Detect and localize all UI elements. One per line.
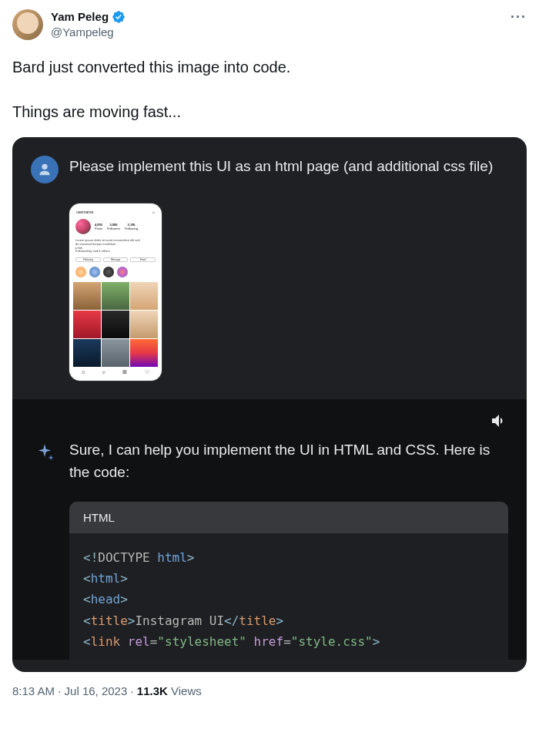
phone-mockup-image: username⌕ 4,093Posts 5,096Followers 3,19… <box>69 203 162 381</box>
chat-ai-response: Sure, I can help you implement the UI in… <box>69 439 508 483</box>
tweet-metadata[interactable]: 8:13 AM · Jul 16, 2023 · 11.3K Views <box>12 684 527 697</box>
code-block: HTML <!DOCTYPE html> <html> <head> <titl… <box>69 502 508 660</box>
sparkle-icon <box>31 439 59 464</box>
author-display-name[interactable]: Yam Peleg <box>51 9 109 25</box>
volume-icon[interactable] <box>490 412 508 433</box>
code-language-label: HTML <box>69 502 508 533</box>
chat-user-avatar-icon <box>31 156 59 183</box>
svg-point-0 <box>42 164 47 170</box>
author-avatar[interactable] <box>12 9 43 40</box>
more-menu-icon[interactable]: ··· <box>511 9 527 25</box>
tweet-text: Bard just converted this image into code… <box>12 55 527 123</box>
tweet-image[interactable]: Please implement this UI as an html page… <box>12 137 527 672</box>
author-handle[interactable]: @Yampeleg <box>51 25 126 40</box>
chat-user-prompt: Please implement this UI as an html page… <box>69 156 493 178</box>
verified-badge-icon <box>112 10 126 24</box>
